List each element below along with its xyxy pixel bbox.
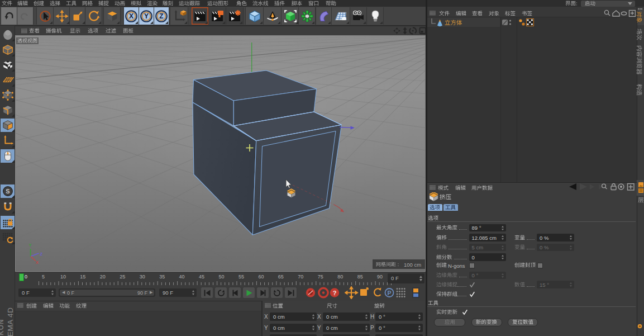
svg-text:?: ?	[333, 290, 337, 296]
svg-text:X: X	[36, 260, 39, 265]
svg-text:P: P	[387, 290, 391, 296]
svg-text:X: X	[129, 12, 133, 20]
svg-text:Y: Y	[29, 243, 32, 248]
svg-text:Z: Z	[40, 252, 43, 257]
svg-text:S: S	[6, 188, 9, 195]
svg-text:Y: Y	[144, 12, 149, 20]
svg-text:Z: Z	[159, 12, 163, 20]
